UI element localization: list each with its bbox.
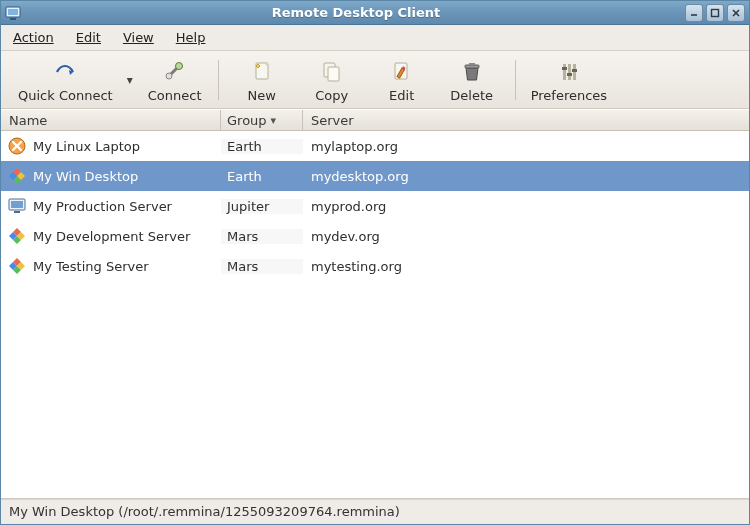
svg-rect-16 [465, 65, 479, 68]
monitor-icon [7, 196, 27, 216]
table-row[interactable]: My Win DesktopEarthmydesktop.org [1, 161, 749, 191]
connection-server: mytesting.org [311, 259, 402, 274]
column-header-group-label: Group [227, 113, 267, 128]
menu-action[interactable]: Action [9, 28, 58, 47]
table-row[interactable]: My Development ServerMarsmydev.org [1, 221, 749, 251]
connection-server: myprod.org [311, 199, 386, 214]
svg-rect-23 [572, 69, 577, 72]
connection-name: My Testing Server [33, 259, 149, 274]
cell-name: My Linux Laptop [1, 136, 221, 156]
svg-rect-22 [567, 73, 572, 76]
chevron-down-icon: ▾ [271, 114, 277, 127]
menu-help[interactable]: Help [172, 28, 210, 47]
rdp-icon [7, 256, 27, 276]
cell-name: My Production Server [1, 196, 221, 216]
column-header-name[interactable]: Name [1, 110, 221, 130]
cell-group: Earth [221, 169, 303, 184]
table-row[interactable]: My Testing ServerMarsmytesting.org [1, 251, 749, 281]
maximize-button[interactable] [706, 4, 724, 22]
toolbar-separator [218, 60, 219, 100]
cell-server: mydesktop.org [303, 169, 749, 184]
window-title: Remote Desktop Client [27, 5, 685, 20]
table-row[interactable]: My Production ServerJupitermyprod.org [1, 191, 749, 221]
cell-server: mydev.org [303, 229, 749, 244]
quick-connect-button[interactable]: Quick Connect [11, 54, 120, 106]
cell-name: My Testing Server [1, 256, 221, 276]
edit-button[interactable]: Edit [367, 54, 437, 106]
connection-group: Jupiter [227, 199, 269, 214]
connection-server: mydev.org [311, 229, 380, 244]
menu-view-label: View [123, 30, 154, 45]
preferences-button[interactable]: Preferences [524, 54, 614, 106]
copy-icon [320, 60, 344, 84]
connect-label: Connect [148, 88, 202, 103]
preferences-label: Preferences [531, 88, 607, 103]
connection-name: My Win Desktop [33, 169, 138, 184]
svg-rect-21 [562, 67, 567, 70]
column-headers: Name Group▾ Server [1, 109, 749, 131]
column-header-server-label: Server [311, 113, 354, 128]
connection-server: mylaptop.org [311, 139, 398, 154]
svg-rect-19 [568, 64, 571, 80]
menu-action-label: Action [13, 30, 54, 45]
toolbar: Quick Connect ▾ Connect New Copy Edit [1, 51, 749, 109]
copy-button[interactable]: Copy [297, 54, 367, 106]
menu-help-label: Help [176, 30, 206, 45]
cell-group: Mars [221, 259, 303, 274]
menu-edit[interactable]: Edit [72, 28, 105, 47]
delete-label: Delete [450, 88, 493, 103]
connection-group: Earth [227, 139, 262, 154]
cell-server: mylaptop.org [303, 139, 749, 154]
column-header-server[interactable]: Server [303, 110, 749, 130]
delete-button[interactable]: Delete [437, 54, 507, 106]
svg-point-7 [166, 73, 172, 79]
connection-name: My Linux Laptop [33, 139, 140, 154]
connection-group: Mars [227, 229, 258, 244]
rdp-icon [7, 166, 27, 186]
svg-rect-1 [8, 9, 18, 15]
connection-name: My Production Server [33, 199, 172, 214]
preferences-icon [557, 60, 581, 84]
quick-connect-dropdown[interactable]: ▾ [120, 54, 140, 106]
statusbar: My Win Desktop (/root/.remmina/125509320… [1, 499, 749, 523]
menubar: Action Edit View Help [1, 25, 749, 51]
menu-view[interactable]: View [119, 28, 158, 47]
quick-connect-icon [53, 60, 77, 84]
close-button[interactable] [727, 4, 745, 22]
connection-list: My Linux LaptopEarthmylaptop.orgMy Win D… [1, 131, 749, 499]
menu-edit-label: Edit [76, 30, 101, 45]
new-label: New [247, 88, 275, 103]
minimize-button[interactable] [685, 4, 703, 22]
cell-group: Earth [221, 139, 303, 154]
app-icon [5, 5, 21, 21]
quick-connect-label: Quick Connect [18, 88, 113, 103]
window-buttons [685, 4, 745, 22]
status-text: My Win Desktop (/root/.remmina/125509320… [9, 504, 400, 519]
connection-name: My Development Server [33, 229, 190, 244]
cell-name: My Development Server [1, 226, 221, 246]
column-header-group[interactable]: Group▾ [221, 110, 303, 130]
connection-group: Mars [227, 259, 258, 274]
svg-rect-18 [563, 64, 566, 80]
toolbar-separator [515, 60, 516, 100]
cell-server: mytesting.org [303, 259, 749, 274]
svg-rect-12 [328, 67, 339, 81]
titlebar: Remote Desktop Client [1, 1, 749, 25]
svg-rect-2 [10, 18, 16, 20]
cell-server: myprod.org [303, 199, 749, 214]
svg-rect-30 [11, 201, 23, 208]
edit-label: Edit [389, 88, 414, 103]
edit-icon [390, 60, 414, 84]
cell-group: Jupiter [221, 199, 303, 214]
new-button[interactable]: New [227, 54, 297, 106]
svg-point-8 [175, 62, 182, 69]
cell-group: Mars [221, 229, 303, 244]
connection-group: Earth [227, 169, 262, 184]
connect-icon [163, 60, 187, 84]
delete-icon [460, 60, 484, 84]
cell-name: My Win Desktop [1, 166, 221, 186]
column-header-name-label: Name [9, 113, 47, 128]
connection-server: mydesktop.org [311, 169, 409, 184]
connect-button[interactable]: Connect [140, 54, 210, 106]
table-row[interactable]: My Linux LaptopEarthmylaptop.org [1, 131, 749, 161]
